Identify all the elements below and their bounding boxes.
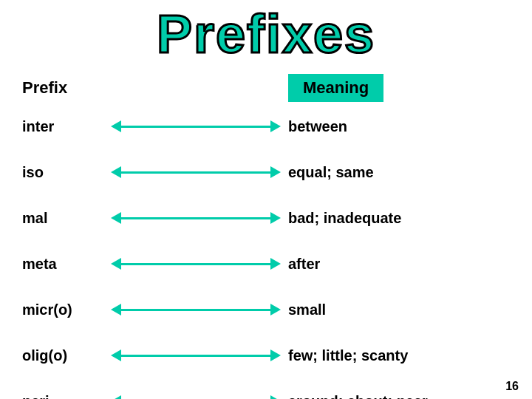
table-body: inter between iso equal; same mal bad: [22, 111, 510, 399]
table-row: peri around; about; near: [22, 386, 510, 399]
arrow-right-head-icon: [270, 395, 281, 399]
arrow-right-head-icon: [270, 349, 281, 361]
page-number: 16: [505, 380, 519, 393]
arrow-left-head-icon: [111, 395, 121, 399]
table-row: inter between: [22, 111, 510, 142]
prefix-cell: peri: [22, 393, 111, 400]
prefix-cell: mal: [22, 210, 111, 227]
prefix-cell: inter: [22, 118, 111, 135]
arrow-right-head-icon: [270, 120, 281, 132]
arrow-left-head-icon: [111, 166, 121, 178]
table-row: meta after: [22, 248, 510, 279]
arrow-left-head-icon: [111, 120, 121, 132]
arrow-right-head-icon: [270, 166, 281, 178]
arrow-right-head-icon: [270, 212, 281, 224]
table-row: micr(o) small: [22, 294, 510, 325]
meaning-cell: between: [288, 118, 510, 135]
meaning-column-header: Meaning: [288, 74, 383, 102]
prefix-cell: olig(o): [22, 347, 111, 364]
table-header: Prefix Meaning: [22, 74, 510, 102]
arrow-line: [121, 126, 270, 128]
arrow-connector: [111, 166, 281, 178]
arrow-connector: [111, 120, 281, 132]
prefix-cell: iso: [22, 164, 111, 181]
arrow-connector: [111, 395, 281, 399]
prefix-column-header: Prefix: [22, 78, 140, 98]
arrow-left-head-icon: [111, 304, 121, 316]
arrow-line: [121, 263, 270, 265]
table-row: olig(o) few; little; scanty: [22, 340, 510, 371]
meaning-cell: few; little; scanty: [288, 347, 510, 364]
arrow-connector: [111, 212, 281, 224]
arrow-connector: [111, 349, 281, 361]
arrow-line: [121, 309, 270, 311]
arrow-line: [121, 355, 270, 357]
arrow-line: [121, 171, 270, 174]
arrow-left-head-icon: [111, 258, 121, 270]
meaning-cell: small: [288, 301, 510, 318]
meaning-cell: equal; same: [288, 164, 510, 181]
arrow-line: [121, 217, 270, 219]
arrow-connector: [111, 304, 281, 316]
arrow-right-head-icon: [270, 258, 281, 270]
arrow-right-head-icon: [270, 304, 281, 316]
table-row: mal bad; inadequate: [22, 202, 510, 233]
table-row: iso equal; same: [22, 157, 510, 188]
prefix-cell: meta: [22, 256, 111, 273]
arrow-left-head-icon: [111, 349, 121, 361]
page-title: Prefixes: [0, 7, 532, 61]
arrow-connector: [111, 258, 281, 270]
prefix-cell: micr(o): [22, 301, 111, 318]
meaning-cell: bad; inadequate: [288, 210, 510, 227]
arrow-left-head-icon: [111, 212, 121, 224]
meaning-cell: around; about; near: [288, 393, 510, 400]
meaning-cell: after: [288, 256, 510, 273]
